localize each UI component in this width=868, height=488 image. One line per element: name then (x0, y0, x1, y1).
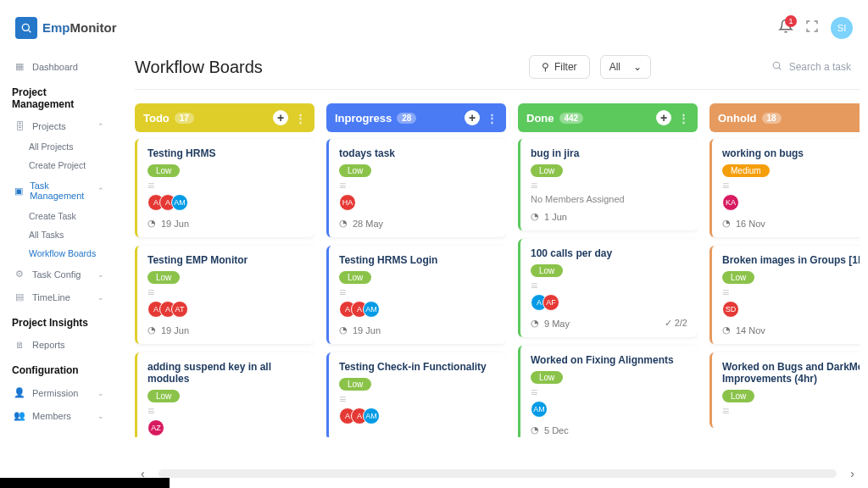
member-avatar[interactable]: AM (171, 194, 188, 211)
card-members: SD (722, 301, 860, 318)
card-date: 19 Jun (353, 325, 381, 336)
card-footer: ◔14 Nov (722, 324, 860, 336)
task-card[interactable]: working on bugs Medium ≡ KA ◔16 Nov (709, 139, 860, 237)
main-content: Workflow Boards ⚲ Filter All ⌄ Search a … (114, 0, 868, 488)
sidebar-sub-all-tasks[interactable]: All Tasks (10, 225, 108, 244)
user-avatar[interactable]: SI (831, 17, 853, 39)
card-members: AAAM (147, 194, 304, 211)
card-members: AAAM (339, 408, 496, 424)
member-avatar[interactable]: AZ (147, 419, 164, 436)
notifications-button[interactable]: 1 (778, 19, 793, 36)
column-header-onhold: Onhold 18 + (709, 103, 860, 132)
clock-icon: ◔ (147, 324, 156, 336)
scroll-right-button[interactable]: › (845, 467, 860, 480)
sidebar-item-reports[interactable]: 🗎 Reports (10, 334, 108, 356)
card-members: AM (531, 401, 687, 418)
member-avatar[interactable]: KA (722, 194, 739, 211)
card-title: todays task (339, 147, 496, 159)
scroll-track[interactable] (159, 469, 837, 478)
sidebar-header-insights: Project Insights (10, 308, 108, 334)
column-menu-button[interactable]: ⋮ (487, 112, 498, 125)
task-card[interactable]: Testing EMP Monitor Low ≡ AAAT ◔19 Jun (135, 246, 314, 344)
column-count: 442 (559, 113, 584, 124)
column-header-todo: Todo 17 + ⋮ (135, 103, 314, 132)
member-avatar[interactable]: AM (363, 301, 380, 318)
task-card[interactable]: bug in jira Low ≡ No Members Assigned ◔1… (518, 139, 698, 230)
add-card-button[interactable]: + (465, 110, 480, 125)
member-avatar[interactable]: HA (339, 194, 356, 211)
svg-point-0 (22, 24, 29, 30)
member-avatar[interactable]: AM (531, 401, 548, 418)
sidebar-sub-all-projects[interactable]: All Projects (10, 137, 108, 156)
card-lines-icon: ≡ (147, 409, 304, 413)
sidebar-item-timeline[interactable]: ▤ TimeLine ⌄ (10, 286, 108, 308)
add-card-button[interactable]: + (273, 110, 288, 125)
column-todo: Todo 17 + ⋮ Testing HRMS Low ≡ AAAM ◔19 … (135, 103, 314, 488)
search-input[interactable]: Search a task (763, 55, 860, 79)
card-date: 16 Nov (736, 219, 765, 229)
clock-icon: ◔ (531, 211, 539, 222)
card-members: AAAM (339, 301, 496, 318)
task-card[interactable]: Testing Check-in Functionality Low ≡ AAA… (326, 352, 506, 437)
priority-badge: Low (147, 390, 180, 402)
card-footer: ◔16 Nov (722, 218, 860, 229)
sidebar-item-task-management[interactable]: ▣ Task Management ⌃ (10, 175, 108, 207)
sidebar-sub-workflow-boards[interactable]: Workflow Boards (10, 244, 108, 263)
card-title: Testing Check-in Functionality (339, 361, 496, 373)
task-icon: ▣ (14, 186, 23, 197)
column-done: Done 442 + ⋮ bug in jira Low ≡ No Member… (518, 103, 698, 488)
sidebar-item-permission[interactable]: 👤 Permission ⌄ (10, 381, 108, 404)
clock-icon: ◔ (722, 218, 731, 229)
board-area: Todo 17 + ⋮ Testing HRMS Low ≡ AAAM ◔19 … (135, 90, 860, 488)
task-card[interactable]: Broken images in Groups [1hr] Low ≡ SD ◔… (709, 246, 860, 344)
sidebar-sub-create-task[interactable]: Create Task (10, 207, 108, 225)
card-members: AZ (147, 419, 304, 436)
page-title: Workflow Boards (135, 58, 263, 77)
filter-icon: ⚲ (542, 61, 549, 73)
card-title: working on bugs (722, 147, 860, 159)
filter-select[interactable]: All ⌄ (600, 55, 651, 79)
column-count: 17 (175, 113, 194, 124)
sidebar-item-dashboard[interactable]: ▦ Dashboard (10, 55, 108, 78)
filter-button[interactable]: ⚲ Filter (529, 55, 590, 79)
member-avatar[interactable]: SD (722, 301, 739, 318)
task-card[interactable]: adding suspend key in all modules Low ≡ … (135, 352, 314, 437)
priority-badge: Medium (722, 164, 770, 177)
card-lines-icon: ≡ (147, 184, 304, 187)
column-menu-button[interactable]: ⋮ (678, 112, 689, 125)
member-avatar[interactable]: AM (363, 408, 380, 424)
card-date: 5 Dec (544, 425, 569, 435)
priority-badge: Low (147, 271, 180, 284)
chevron-down-icon: ⌄ (97, 389, 104, 397)
no-members-text: No Members Assigned (531, 194, 687, 204)
logo-text: EmpMonitor (42, 20, 117, 35)
sidebar-header-configuration: Configuration (10, 356, 108, 381)
horizontal-scrollbar[interactable]: ‹ › (136, 468, 860, 480)
chevron-down-icon: ⌄ (633, 61, 642, 73)
fullscreen-button[interactable] (805, 19, 819, 36)
card-lines-icon: ≡ (531, 284, 687, 287)
task-card[interactable]: todays task Low ≡ HA ◔28 May (326, 139, 506, 237)
task-card[interactable]: Testing HRMS Low ≡ AAAM ◔19 Jun (135, 139, 314, 237)
sidebar-item-projects[interactable]: 🗄 Projects ⌃ (10, 115, 108, 137)
task-card[interactable]: 100 calls per day Low ≡ AAF ◔9 May✓ 2/2 (518, 239, 698, 337)
sidebar-item-task-config[interactable]: ⚙ Task Config ⌄ (10, 263, 108, 286)
task-card[interactable]: Worked on Fixing Alignments Low ≡ AM ◔5 … (518, 346, 698, 437)
task-card[interactable]: Worked on Bugs and DarkMode Improvements… (709, 352, 860, 428)
column-count: 28 (397, 113, 416, 124)
chevron-down-icon: ⌄ (97, 293, 104, 302)
column-inprogress: Inprogress 28 + ⋮ todays task Low ≡ HA ◔… (326, 103, 506, 488)
card-lines-icon: ≡ (531, 391, 687, 394)
member-avatar[interactable]: AT (171, 301, 188, 318)
column-menu-button[interactable]: ⋮ (295, 112, 306, 125)
priority-badge: Low (147, 164, 180, 177)
add-card-button[interactable]: + (656, 110, 671, 125)
member-avatar[interactable]: AF (542, 294, 559, 311)
chevron-down-icon: ⌄ (97, 270, 104, 279)
column-count: 18 (762, 113, 782, 124)
logo[interactable]: EmpMonitor (15, 17, 117, 39)
sidebar-sub-create-project[interactable]: Create Project (10, 156, 108, 175)
sidebar-item-members[interactable]: 👥 Members ⌄ (10, 404, 108, 427)
clock-icon: ◔ (339, 324, 348, 336)
task-card[interactable]: Testing HRMS Login Low ≡ AAAM ◔19 Jun (326, 246, 506, 344)
